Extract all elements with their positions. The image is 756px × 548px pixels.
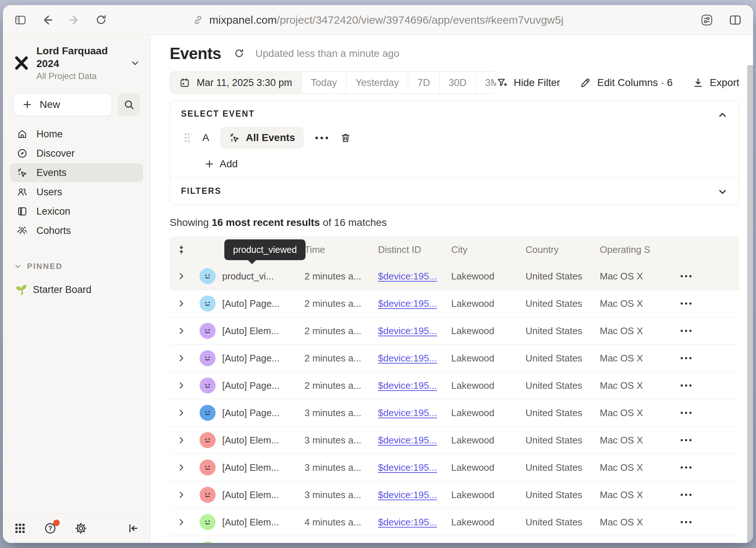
chevron-down-icon[interactable]: [717, 186, 728, 197]
event-time: 3 minutes a...: [304, 435, 378, 446]
collapse-rows-icon[interactable]: [170, 244, 193, 255]
gear-icon[interactable]: [74, 522, 87, 535]
row-options-icon[interactable]: [667, 494, 739, 496]
range-label: 7D: [417, 77, 430, 89]
sidebar-item-lexicon[interactable]: Lexicon: [10, 202, 143, 221]
expand-row-icon[interactable]: [170, 381, 193, 390]
pinned-item-label: Starter Board: [33, 284, 91, 295]
row-options-icon[interactable]: [667, 275, 739, 277]
distinct-id-link[interactable]: $device:195...: [378, 489, 451, 501]
split-view-icon[interactable]: [728, 13, 742, 27]
table-row[interactable]: [Auto] Elem...3 minutes a...$device:195.…: [170, 481, 739, 509]
distinct-id-link[interactable]: $device:195...: [378, 407, 451, 419]
table-row[interactable]: [Auto] Page...2 minutes a...$device:195.…: [170, 372, 739, 399]
range-7d[interactable]: 7D: [408, 72, 439, 94]
drag-handle-icon[interactable]: [183, 132, 191, 143]
row-options-icon[interactable]: [667, 466, 739, 469]
range-today[interactable]: Today: [301, 72, 346, 94]
event-city: Lakewood: [451, 325, 525, 337]
distinct-id-link[interactable]: $device:195...: [378, 517, 451, 528]
distinct-id-link[interactable]: $device:195...: [378, 298, 451, 309]
expand-row-icon[interactable]: [170, 353, 193, 363]
hide-filter-button[interactable]: Hide Filter: [496, 77, 560, 89]
refresh-icon[interactable]: [233, 48, 245, 59]
pencil-icon: [580, 77, 591, 89]
sidebar-item-events[interactable]: Events: [10, 163, 143, 182]
row-options-icon[interactable]: [667, 357, 739, 359]
row-options-icon[interactable]: [667, 521, 739, 523]
row-options-icon[interactable]: [667, 302, 739, 305]
search-button[interactable]: [118, 93, 140, 116]
row-options-icon[interactable]: [667, 330, 739, 332]
expand-row-icon[interactable]: [170, 271, 193, 281]
distinct-id-link[interactable]: $device:195...: [378, 462, 451, 473]
expand-row-icon[interactable]: [170, 517, 193, 527]
distinct-id-link[interactable]: $device:195...: [378, 435, 451, 446]
edit-columns-button[interactable]: Edit Columns · 6: [580, 77, 673, 89]
row-options-icon[interactable]: [667, 439, 739, 441]
help-icon[interactable]: ?: [44, 522, 57, 535]
range-label: 3M: [485, 77, 496, 89]
event-time: 2 minutes a...: [304, 380, 378, 391]
event-country: United States: [525, 435, 600, 446]
sidebar-item-starter-board[interactable]: 🌱 Starter Board: [3, 284, 150, 295]
sidebar-toggle-icon[interactable]: [14, 13, 27, 27]
sidebar-item-label: Events: [36, 167, 67, 179]
row-options-icon[interactable]: [667, 412, 739, 414]
table-row[interactable]: [Auto] Page...3 minutes a...$device:195.…: [170, 399, 739, 427]
table-row[interactable]: [Auto] Elem...4 minutes a...$device:195.…: [170, 509, 739, 536]
distinct-id-link[interactable]: $device:195...: [378, 353, 451, 364]
range-yesterday[interactable]: Yesterday: [346, 72, 408, 94]
back-icon[interactable]: [41, 13, 54, 27]
table-row[interactable]: [Auto] Elem...3 minutes a...$device:195.…: [170, 454, 739, 481]
expand-row-icon[interactable]: [170, 490, 193, 500]
distinct-id-link[interactable]: $device:195...: [378, 271, 451, 282]
add-event-button[interactable]: Add: [204, 158, 238, 170]
row-options-icon[interactable]: [667, 384, 739, 387]
sidebar-item-home[interactable]: Home: [10, 125, 143, 144]
apps-grid-icon[interactable]: [14, 522, 26, 535]
table-row-partial[interactable]: [170, 536, 739, 543]
sidebar-item-cohorts[interactable]: Cohorts: [10, 221, 143, 240]
notification-dot: [53, 520, 60, 526]
expand-row-icon[interactable]: [170, 408, 193, 418]
event-country: United States: [525, 407, 600, 419]
trash-icon[interactable]: [340, 132, 351, 144]
expand-row-icon[interactable]: [170, 299, 193, 308]
date-picker[interactable]: Mar 11, 2025 3:30 pm: [170, 72, 301, 94]
distinct-id-link[interactable]: $device:195...: [378, 380, 451, 391]
sidebar-item-discover[interactable]: Discover: [10, 144, 143, 163]
expand-row-icon[interactable]: [170, 435, 193, 445]
table-row[interactable]: [Auto] Page...2 minutes a...$device:195.…: [170, 290, 739, 317]
event-country: United States: [525, 462, 600, 473]
reload-icon[interactable]: [95, 13, 108, 27]
page-settings-icon[interactable]: [700, 13, 714, 27]
lexicon-book-icon: [17, 206, 28, 217]
new-button[interactable]: New: [13, 93, 112, 116]
event-selector-pill[interactable]: All Events: [220, 127, 304, 149]
project-selector[interactable]: Lord Farquaad 2024 All Project Data: [3, 41, 150, 85]
table-row[interactable]: [Auto] Page...2 minutes a...$device:195.…: [170, 345, 739, 372]
sidebar-item-label: Home: [36, 129, 63, 140]
table-row[interactable]: [Auto] Elem...3 minutes a...$device:195.…: [170, 427, 739, 454]
column-header-distinct-id: Distinct ID: [378, 244, 451, 255]
distinct-id-link[interactable]: $device:195...: [378, 325, 451, 337]
event-country: United States: [525, 517, 600, 528]
event-options-icon[interactable]: [313, 133, 330, 143]
vertical-scrollbar[interactable]: [747, 65, 753, 543]
chevron-up-icon[interactable]: [717, 110, 728, 121]
export-button[interactable]: Export: [692, 77, 739, 89]
filters-section[interactable]: FILTERS: [170, 177, 739, 205]
address-bar[interactable]: mixpanel.com/project/3472420/view/397469…: [193, 14, 563, 26]
range-3m[interactable]: 3M: [476, 72, 496, 94]
event-os: Mac OS X: [600, 298, 667, 309]
collapse-sidebar-icon[interactable]: [127, 522, 139, 535]
forward-icon[interactable]: [68, 13, 81, 27]
expand-row-icon[interactable]: [170, 463, 193, 472]
sidebar-item-users[interactable]: Users: [10, 183, 143, 201]
range-30d[interactable]: 30D: [439, 72, 476, 94]
table-row[interactable]: product_vi...2 minutes a...$device:195..…: [170, 263, 739, 290]
pinned-section-header[interactable]: PINNED: [3, 262, 150, 271]
expand-row-icon[interactable]: [170, 326, 193, 336]
table-row[interactable]: [Auto] Elem...2 minutes a...$device:195.…: [170, 317, 739, 345]
